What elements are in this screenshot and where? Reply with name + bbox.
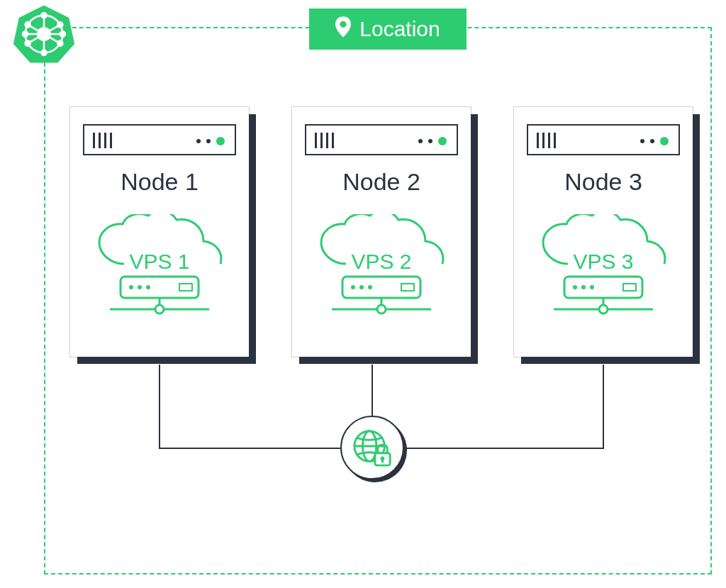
svg-point-31 bbox=[377, 305, 386, 314]
svg-rect-38 bbox=[623, 284, 636, 291]
svg-point-26 bbox=[351, 285, 355, 289]
svg-rect-29 bbox=[401, 284, 414, 291]
server-icon bbox=[305, 124, 458, 155]
svg-point-37 bbox=[590, 285, 594, 289]
node-label: Node 3 bbox=[564, 168, 642, 196]
nodes-row: Node 1 VPS 1 Node 2 bbox=[69, 106, 693, 357]
svg-point-15 bbox=[340, 21, 347, 27]
svg-point-7 bbox=[41, 13, 46, 18]
svg-point-17 bbox=[129, 285, 133, 289]
kubernetes-icon bbox=[13, 3, 75, 65]
svg-point-9 bbox=[57, 22, 62, 27]
server-icon bbox=[527, 124, 680, 155]
vps-label: VPS 3 bbox=[532, 250, 674, 274]
svg-point-19 bbox=[146, 285, 150, 289]
svg-rect-20 bbox=[179, 284, 192, 291]
svg-point-40 bbox=[599, 305, 608, 314]
location-badge: Location bbox=[309, 9, 467, 50]
svg-point-22 bbox=[155, 305, 164, 314]
svg-point-13 bbox=[23, 31, 28, 36]
vps-label: VPS 2 bbox=[311, 250, 452, 274]
server-icon bbox=[83, 124, 236, 155]
svg-point-11 bbox=[26, 22, 30, 27]
svg-point-12 bbox=[26, 41, 30, 46]
svg-point-36 bbox=[581, 285, 586, 289]
globe-lock-icon bbox=[340, 416, 404, 479]
svg-point-10 bbox=[57, 41, 62, 46]
svg-point-35 bbox=[573, 285, 577, 289]
svg-point-18 bbox=[138, 285, 142, 289]
svg-point-28 bbox=[368, 285, 372, 289]
node-label: Node 1 bbox=[121, 168, 199, 196]
svg-point-14 bbox=[60, 31, 65, 36]
pin-icon bbox=[335, 16, 351, 43]
node-card-1: Node 1 VPS 1 bbox=[69, 106, 250, 357]
node-label: Node 2 bbox=[342, 168, 420, 196]
node-card-2: Node 2 VPS 2 bbox=[291, 106, 471, 357]
cloud-vps-icon: VPS 1 bbox=[89, 214, 230, 321]
vps-label: VPS 1 bbox=[89, 250, 230, 274]
svg-point-8 bbox=[41, 50, 46, 55]
cloud-vps-icon: VPS 2 bbox=[311, 214, 452, 321]
location-label: Location bbox=[359, 17, 440, 41]
node-card-3: Node 3 VPS 3 bbox=[513, 106, 693, 357]
svg-point-27 bbox=[359, 285, 364, 289]
cloud-vps-icon: VPS 3 bbox=[532, 214, 674, 321]
